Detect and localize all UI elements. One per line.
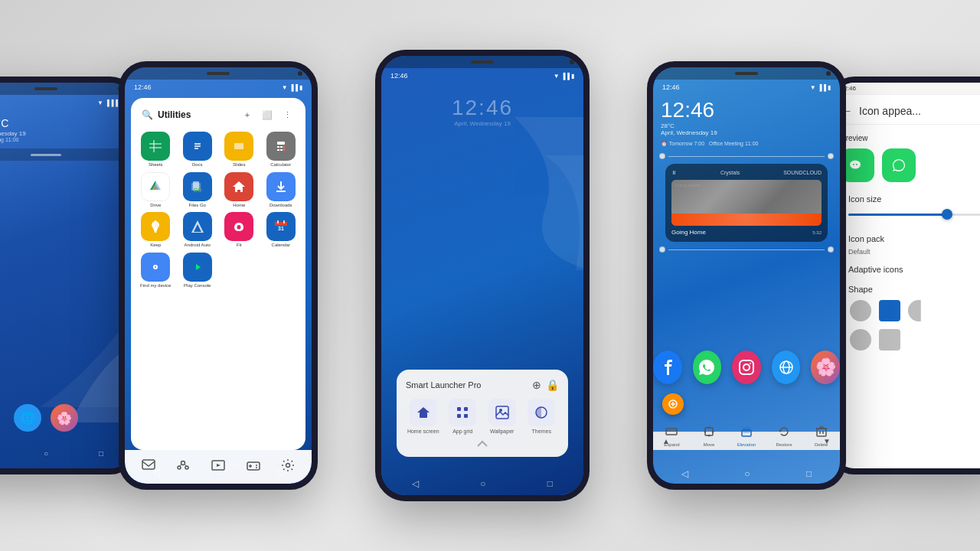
launcher-app-grid[interactable]: App grid xyxy=(446,399,481,434)
music-duration: 5:32 xyxy=(812,230,822,235)
launcher-wallpaper[interactable]: Wallpaper xyxy=(485,399,520,434)
home-indicator-1 xyxy=(31,154,61,156)
restore-icon[interactable] xyxy=(775,422,793,441)
shape-partial[interactable] xyxy=(906,298,931,323)
resize-dot-bl[interactable] xyxy=(659,246,665,253)
keep-app-icon[interactable] xyxy=(141,212,170,241)
instagram-icon[interactable] xyxy=(732,350,761,384)
whatsapp-icon[interactable] xyxy=(693,350,722,384)
calculator-app-icon[interactable] xyxy=(266,132,296,161)
app-cell-auto[interactable]: Android Auto xyxy=(179,212,217,248)
recents-btn-4[interactable]: □ xyxy=(806,468,812,479)
home-screen-icon[interactable] xyxy=(410,399,437,426)
app-cell-playconsole[interactable]: Play Console xyxy=(179,253,217,289)
app-cell-sheets[interactable]: Sheets xyxy=(137,132,175,168)
findmy-app-icon[interactable] xyxy=(141,253,170,282)
context-restore[interactable]: Restore xyxy=(775,422,793,447)
status-icons-4: ▼ ▐▐ ▮ xyxy=(810,84,831,91)
app-cell-drive[interactable]: Drive xyxy=(137,172,175,208)
fit-app-icon[interactable] xyxy=(224,212,253,241)
app-cell-downloads[interactable]: Downloads xyxy=(263,172,300,208)
camera-3 xyxy=(570,60,574,64)
speaker-3 xyxy=(471,60,494,64)
home-btn-1[interactable]: ○ xyxy=(40,447,52,459)
fab-button-4[interactable] xyxy=(662,393,684,415)
nav-bar-2: ◁ ○ □ xyxy=(125,467,312,478)
home-btn-3[interactable]: ○ xyxy=(480,478,485,489)
home-btn-2[interactable]: ○ xyxy=(216,467,221,478)
shape-circle-1[interactable] xyxy=(848,298,873,323)
resize-dot-tr[interactable] xyxy=(828,153,834,159)
add-btn-drawer[interactable]: + xyxy=(240,107,255,122)
app-cell-calculator[interactable]: Calculator xyxy=(263,132,300,168)
context-elevation[interactable]: Elevation xyxy=(737,422,756,447)
delete-icon[interactable] xyxy=(812,422,831,441)
share-btn-drawer[interactable]: ⬜ xyxy=(260,107,275,122)
app-cell-findmy[interactable]: Find my device xyxy=(137,253,175,289)
pause-icon-music[interactable]: ⏸ xyxy=(671,170,677,175)
sheets-app-icon[interactable] xyxy=(141,132,170,161)
slider-thumb[interactable] xyxy=(942,209,952,220)
launcher-home-screen[interactable]: Home screen xyxy=(406,399,441,434)
lotus-icon-1[interactable]: 🌸 xyxy=(51,404,78,432)
music-thumbnail: Going Home xyxy=(671,180,822,226)
playconsole-app-icon[interactable] xyxy=(183,253,212,282)
app-cell-docs[interactable]: Docs xyxy=(179,132,217,168)
icon-size-slider[interactable] xyxy=(848,208,980,220)
auto-app-icon[interactable] xyxy=(183,212,212,241)
app-cell-fit[interactable]: Fit xyxy=(220,212,258,248)
svg-rect-73 xyxy=(666,429,677,435)
resize-dot-tl[interactable] xyxy=(659,153,665,159)
resize-handles-top xyxy=(659,153,834,159)
launcher-themes[interactable]: Themes xyxy=(524,399,560,434)
add-btn-launcher[interactable]: ⊕ xyxy=(532,379,541,391)
recents-btn-2[interactable]: □ xyxy=(278,467,283,478)
move-icon[interactable] xyxy=(700,422,718,441)
app-cell-calendar[interactable]: 31 Calendar xyxy=(263,212,300,248)
lock-btn-launcher[interactable]: 🔒 xyxy=(546,379,559,391)
filesgo-app-icon[interactable]: GO xyxy=(183,172,212,201)
home-screen-label: Home screen xyxy=(407,429,439,434)
phone-1: 12:46 ▼ ▐▐▐ ▮ 🌤 28°C April, Wednesday 19… xyxy=(0,77,138,474)
docs-app-icon[interactable] xyxy=(183,132,212,161)
move-label: Move xyxy=(704,442,715,447)
app-cell-slides[interactable]: Slides xyxy=(220,132,258,168)
expand-icon[interactable] xyxy=(662,422,681,441)
back-btn-2[interactable]: ◁ xyxy=(153,467,160,478)
wallpaper-icon[interactable] xyxy=(488,399,516,426)
context-expand[interactable]: Expand xyxy=(662,422,681,447)
filesgo-label: Files Go xyxy=(189,203,206,208)
themes-icon[interactable] xyxy=(528,399,555,426)
globe-icon-4[interactable] xyxy=(772,350,801,384)
app-cell-home[interactable]: Home xyxy=(220,172,258,208)
recents-btn-3[interactable]: □ xyxy=(547,478,553,489)
resize-dot-br[interactable] xyxy=(828,246,834,253)
home-app-icon[interactable] xyxy=(224,172,253,201)
lotus-icon-4[interactable]: 🌸 xyxy=(811,350,840,384)
back-btn-3[interactable]: ◁ xyxy=(412,478,419,489)
more-btn-drawer[interactable]: ⋮ xyxy=(279,107,295,122)
app-cell-keep[interactable]: Keep xyxy=(137,212,175,248)
recents-btn-1[interactable]: □ xyxy=(95,447,107,459)
app-grid-icon[interactable] xyxy=(449,399,476,426)
shape-circle-2[interactable] xyxy=(848,328,873,352)
back-btn-4[interactable]: ◁ xyxy=(681,468,688,479)
auto-label: Android Auto xyxy=(185,243,211,248)
app-cell-filesgo[interactable]: GO Files Go xyxy=(179,172,217,208)
drive-app-icon[interactable] xyxy=(141,172,170,201)
home-btn-4[interactable]: ○ xyxy=(744,468,750,479)
music-widget-container: ⏸ Crystals SOUNDCLOUD Going Home Going H… xyxy=(659,153,834,253)
facebook-icon[interactable] xyxy=(653,350,682,384)
shape-square-active[interactable] xyxy=(877,298,902,323)
globe-icon-1[interactable]: 🌐 xyxy=(14,404,41,432)
slides-app-icon[interactable] xyxy=(224,132,253,161)
launcher-collapse-btn[interactable] xyxy=(406,440,559,448)
context-delete[interactable]: Delete xyxy=(812,422,831,447)
phone-3-top xyxy=(381,56,583,68)
downloads-app-icon[interactable] xyxy=(266,172,296,201)
elevation-icon[interactable] xyxy=(737,422,756,441)
shape-square-2[interactable] xyxy=(877,328,902,352)
calendar-app-icon[interactable]: 31 xyxy=(266,212,296,241)
svg-rect-13 xyxy=(280,146,283,148)
context-move[interactable]: Move xyxy=(700,422,718,447)
